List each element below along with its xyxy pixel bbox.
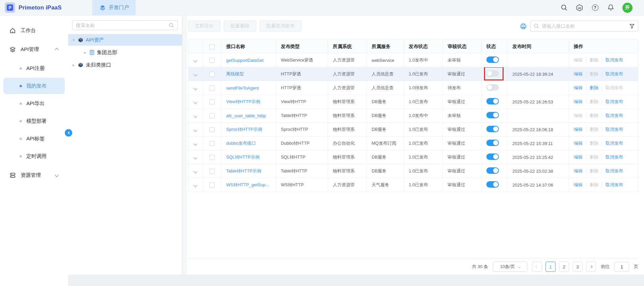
tab-dev-portal[interactable]: 开发门户 — [92, 0, 136, 15]
row-checkbox[interactable] — [210, 113, 215, 118]
caret-expanded-icon[interactable]: ▾ — [72, 38, 76, 42]
status-toggle[interactable] — [486, 70, 499, 77]
sidebar-item-api-management[interactable]: API管理 — [0, 40, 68, 59]
status-toggle[interactable] — [486, 112, 499, 118]
tree-node-api-assets[interactable]: ▾ API资产 — [68, 34, 182, 46]
api-name-link[interactable]: SQL转HTTP示例 — [226, 154, 260, 160]
row-expand-chevron[interactable] — [193, 128, 197, 132]
api-name-link[interactable]: View转HTTP示例 — [226, 99, 260, 104]
tree-search-box[interactable] — [72, 20, 178, 30]
sidebar-item-scheduled-call[interactable]: 定时调用 — [3, 148, 65, 164]
row-expand-chevron[interactable] — [193, 183, 197, 187]
user-avatar[interactable]: 开 — [622, 3, 633, 13]
edit-link[interactable]: 编辑 — [574, 99, 586, 105]
sidebar-item-api-export[interactable]: API导出 — [3, 95, 65, 112]
page-button-2[interactable]: 2 — [559, 262, 569, 272]
page-button-1[interactable]: 1 — [545, 262, 556, 272]
row-expand-chevron[interactable] — [193, 114, 197, 118]
sidebar-item-api-tags[interactable]: API标签 — [3, 130, 65, 147]
row-checkbox[interactable] — [210, 155, 215, 160]
next-page-button[interactable] — [586, 262, 596, 272]
row-expand-chevron[interactable] — [193, 86, 197, 90]
edit-link[interactable]: 编辑 — [574, 140, 586, 146]
sidebar-item-label: 我的发布 — [26, 83, 47, 89]
row-checkbox[interactable] — [210, 99, 215, 104]
row-expand-chevron[interactable] — [193, 58, 197, 62]
api-name-link[interactable]: dubbo发布接口 — [226, 141, 256, 146]
unpublish-link[interactable]: 取消发布 — [602, 57, 626, 63]
system-cell: 物料管理系 — [328, 164, 367, 178]
delete-link[interactable]: 删除 — [586, 85, 602, 91]
status-toggle[interactable] — [486, 181, 499, 188]
caret-collapsed-icon[interactable]: ▸ — [72, 63, 76, 67]
edit-link[interactable]: 编辑 — [574, 126, 586, 133]
row-expand-chevron[interactable] — [193, 142, 197, 145]
row-checkbox[interactable] — [210, 72, 215, 77]
status-toggle[interactable] — [486, 84, 499, 91]
row-checkbox[interactable] — [210, 169, 215, 174]
unpublish-link[interactable]: 取消发布 — [602, 71, 626, 77]
ai-assistant-icon[interactable]: AI — [576, 4, 583, 11]
row-checkbox[interactable] — [210, 141, 215, 146]
status-toggle[interactable] — [486, 56, 499, 63]
export-printer-icon[interactable] — [520, 23, 527, 30]
api-name-link[interactable]: afc_user_table_htttp — [226, 113, 266, 118]
publish-status-cell: 1.0发布中 — [404, 53, 443, 67]
help-icon[interactable]: ? — [591, 4, 599, 11]
row-checkbox[interactable] — [210, 58, 215, 63]
sidebar-item-my-publish[interactable]: 我的发布 — [3, 78, 65, 94]
publish-type-cell: HTTP穿透 — [276, 81, 328, 95]
table-header-row: 接口名称 发布类型 所属系统 所属服务 发布状态 审核状态 状态 发布时间 操作 — [188, 40, 638, 53]
sidebar-item-resource-management[interactable]: 资源管理 — [0, 166, 68, 185]
goto-page-input[interactable] — [614, 262, 629, 271]
status-toggle[interactable] — [486, 140, 499, 146]
edit-link[interactable]: 编辑 — [574, 182, 586, 188]
api-name-link[interactable]: 离线模型 — [226, 71, 244, 76]
row-checkbox[interactable] — [210, 127, 215, 132]
notification-bell-icon[interactable] — [607, 4, 614, 11]
status-toggle[interactable] — [486, 98, 499, 104]
delete-link: 删除 — [586, 113, 602, 119]
row-expand-chevron[interactable] — [193, 72, 197, 76]
unpublish-link[interactable]: 取消发布 — [602, 99, 626, 105]
api-name-link[interactable]: sendFileToAgent — [226, 86, 259, 91]
unpublish-link[interactable]: 取消发布 — [602, 140, 626, 146]
unpublish-link[interactable]: 取消发布 — [602, 113, 626, 119]
sidebar-item-workbench[interactable]: 工作台 — [0, 21, 68, 40]
select-all-checkbox[interactable] — [210, 44, 215, 49]
tree-node-uncategorized[interactable]: ▸ 未归类接口 — [68, 59, 182, 71]
tree-node-group-hq[interactable]: ▸ 集团总部 — [68, 47, 182, 58]
status-toggle[interactable] — [486, 153, 499, 160]
row-expand-chevron[interactable] — [193, 100, 197, 104]
edit-link[interactable]: 编辑 — [574, 154, 586, 160]
sidebar-item-model-deploy[interactable]: 模型部署 — [3, 113, 65, 129]
api-name-link[interactable]: getSupportDataSet — [226, 58, 264, 63]
column-header-audit-status: 审核状态 — [443, 40, 482, 53]
edit-link[interactable]: 编辑 — [574, 168, 586, 174]
api-search-input[interactable] — [542, 23, 626, 29]
api-name-link[interactable]: Sproc转HTTP示例 — [226, 127, 262, 132]
search-icon[interactable] — [560, 4, 568, 11]
edit-link[interactable]: 编辑 — [574, 71, 586, 77]
page-button-3[interactable]: 3 — [572, 262, 583, 272]
sidebar-collapse-button[interactable] — [65, 129, 72, 137]
api-search-box[interactable] — [530, 21, 638, 31]
row-checkbox[interactable] — [210, 183, 215, 188]
api-name-link[interactable]: WS转HTTP_getSup... — [226, 182, 269, 187]
filter-funnel-icon[interactable] — [629, 23, 635, 29]
edit-link[interactable]: 编辑 — [574, 85, 586, 91]
unpublish-link[interactable]: 取消发布 — [602, 126, 626, 133]
tree-search-input[interactable] — [76, 23, 166, 28]
unpublish-link[interactable]: 取消发布 — [602, 168, 626, 174]
status-toggle[interactable] — [486, 167, 499, 174]
row-expand-chevron[interactable] — [193, 169, 197, 173]
row-checkbox[interactable] — [210, 86, 215, 91]
unpublish-link[interactable]: 取消发布 — [602, 182, 626, 188]
unpublish-link[interactable]: 取消发布 — [602, 154, 626, 160]
page-size-select[interactable]: 10条/页 — [493, 262, 527, 272]
api-name-link[interactable]: Table转HTTP示例 — [226, 168, 261, 173]
row-expand-chevron[interactable] — [193, 156, 197, 159]
caret-collapsed-icon[interactable]: ▸ — [83, 50, 87, 55]
status-toggle[interactable] — [486, 126, 499, 132]
sidebar-item-api-register[interactable]: API注册 — [3, 60, 65, 76]
